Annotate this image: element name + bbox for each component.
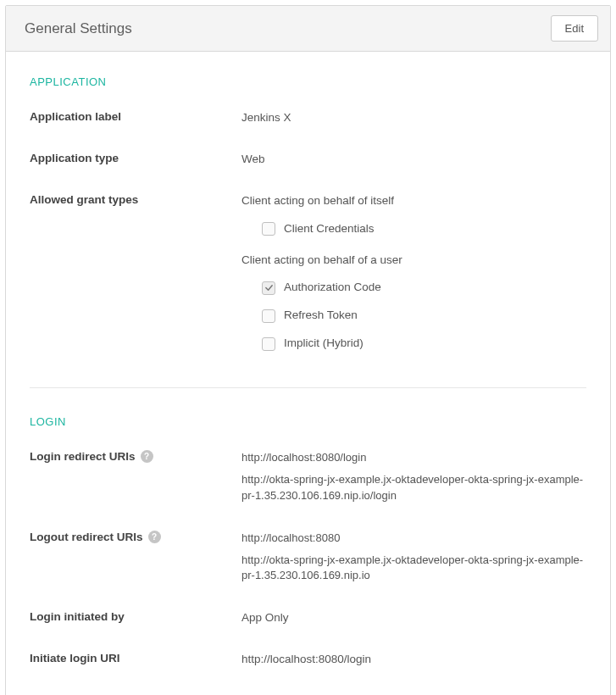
field-label: Login redirect URIs ? — [30, 450, 241, 463]
grant-group-user: Client acting on behalf of a user Author… — [241, 253, 586, 353]
field-logout-redirect-uris: Logout redirect URIs ? http://localhost:… — [30, 531, 586, 591]
field-allowed-grant-types: Allowed grant types Client acting on beh… — [30, 193, 586, 367]
help-icon[interactable]: ? — [148, 531, 161, 543]
field-label: Application type — [30, 152, 241, 164]
checkbox-box — [262, 309, 275, 323]
field-initiate-login-uri: Initiate login URI http://localhost:8080… — [30, 652, 586, 668]
field-label-text: Login redirect URIs — [30, 450, 136, 463]
checkbox-label: Refresh Token — [284, 308, 358, 324]
field-label-text: Logout redirect URIs — [30, 531, 143, 543]
checkbox-implicit-hybrid[interactable]: Implicit (Hybrid) — [262, 336, 586, 352]
field-label: Application label — [30, 110, 241, 123]
section-title-login: LOGIN — [30, 415, 586, 428]
login-redirect-uri-list: http://localhost:8080/login http://okta-… — [241, 450, 586, 510]
check-icon — [264, 283, 274, 292]
checkbox-refresh-token[interactable]: Refresh Token — [262, 308, 586, 324]
edit-button[interactable]: Edit — [551, 15, 598, 42]
checkbox-client-credentials[interactable]: Client Credentials — [262, 221, 586, 237]
section-divider — [30, 387, 586, 388]
panel-title: General Settings — [25, 20, 132, 37]
uri-item: http://localhost:8080 — [241, 531, 586, 546]
grant-group-self: Client acting on behalf of itself Client… — [241, 193, 586, 237]
field-label: Login initiated by — [30, 610, 241, 623]
help-icon[interactable]: ? — [141, 450, 153, 463]
uri-item: http://okta-spring-jx-example.jx-oktadev… — [241, 472, 586, 503]
field-value: Web — [241, 152, 586, 168]
checkbox-authorization-code[interactable]: Authorization Code — [262, 280, 586, 296]
general-settings-panel: General Settings Edit APPLICATION Applic… — [5, 5, 611, 695]
checkbox-box — [262, 337, 275, 351]
grant-subhead-self: Client acting on behalf of itself — [241, 193, 586, 209]
checkbox-box — [262, 222, 275, 236]
field-value: Jenkins X — [241, 110, 586, 126]
panel-body: APPLICATION Application label Jenkins X … — [6, 52, 610, 695]
field-label: Initiate login URI — [30, 652, 241, 664]
field-application-label: Application label Jenkins X — [30, 110, 586, 126]
field-application-type: Application type Web — [30, 152, 586, 168]
uri-item: http://okta-spring-jx-example.jx-oktadev… — [241, 553, 586, 583]
grant-types-container: Client acting on behalf of itself Client… — [241, 193, 586, 367]
section-title-application: APPLICATION — [30, 75, 586, 88]
checkbox-label: Client Credentials — [284, 221, 375, 237]
checkbox-label: Implicit (Hybrid) — [284, 336, 363, 352]
checkbox-label: Authorization Code — [284, 280, 381, 296]
logout-redirect-uri-list: http://localhost:8080 http://okta-spring… — [241, 531, 586, 591]
field-login-initiated-by: Login initiated by App Only — [30, 610, 586, 626]
field-label: Logout redirect URIs ? — [30, 531, 241, 543]
uri-item: http://localhost:8080/login — [241, 450, 586, 465]
field-value: http://localhost:8080/login — [241, 652, 586, 668]
field-label: Allowed grant types — [30, 193, 241, 206]
field-value: App Only — [241, 610, 586, 626]
grant-subhead-user: Client acting on behalf of a user — [241, 253, 586, 269]
checkbox-box — [262, 281, 275, 295]
panel-header: General Settings Edit — [6, 6, 610, 52]
field-login-redirect-uris: Login redirect URIs ? http://localhost:8… — [30, 450, 586, 510]
